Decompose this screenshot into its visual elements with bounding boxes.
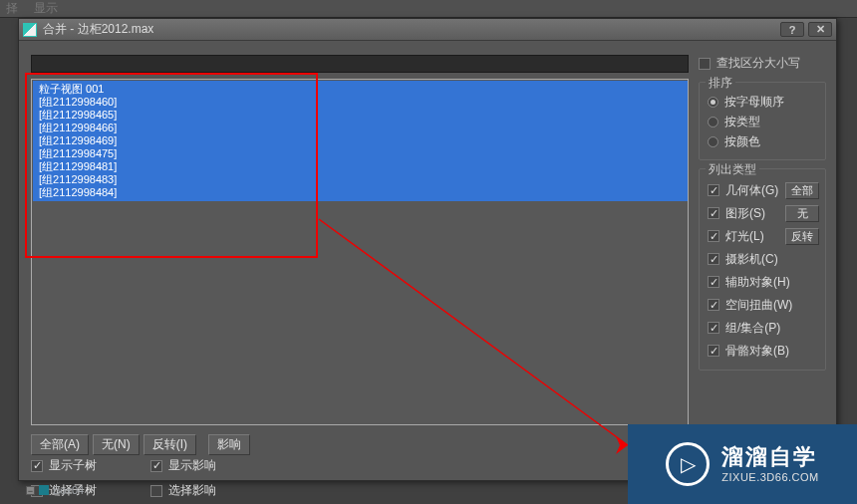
checkbox-icon <box>699 58 711 70</box>
types-all-button[interactable]: 全部 <box>785 182 819 199</box>
menu-display[interactable]: 显示 <box>34 0 58 17</box>
list-item[interactable]: [组2112998466] <box>39 122 685 134</box>
radio-icon <box>708 97 718 108</box>
checkbox-icon <box>708 345 719 357</box>
type-shapes-checkbox[interactable]: 图形(S) 无 <box>708 203 819 223</box>
list-item[interactable]: [组2112998469] <box>39 134 685 147</box>
radio-label: 按颜色 <box>724 133 760 150</box>
watermark-overlay: ▷ 溜溜自学 ZIXUE.3D66.COM <box>628 424 857 504</box>
type-groups-checkbox[interactable]: 组/集合(P) <box>708 318 819 338</box>
sort-color-radio[interactable]: 按颜色 <box>708 133 819 150</box>
app-top-menu: 择 显示 <box>0 0 857 18</box>
watermark-title: 溜溜自学 <box>721 444 818 470</box>
types-invert-button[interactable]: 反转 <box>785 228 819 245</box>
app-3dsmax-icon <box>23 23 37 37</box>
right-options-column: 查找区分大小写 排序 按字母顺序 按类型 按颜色 列出类型 <box>699 55 826 371</box>
object-cube-icon <box>39 485 49 495</box>
radio-icon <box>708 136 718 147</box>
checkbox-icon <box>150 485 162 497</box>
list-item[interactable]: [组2112998483] <box>39 173 685 186</box>
radio-label: 按类型 <box>724 114 760 130</box>
help-button[interactable]: ? <box>780 22 804 37</box>
checkbox-icon <box>708 230 719 242</box>
dialog-titlebar[interactable]: 合并 - 边柜2012.max ? ✕ <box>19 19 836 41</box>
checkbox-icon <box>708 253 719 265</box>
list-item[interactable]: [组2112998460] <box>39 96 685 109</box>
type-lights-checkbox[interactable]: 灯光(L) 反转 <box>708 226 819 246</box>
list-item[interactable]: [组2112998484] <box>39 186 685 199</box>
sort-type-radio[interactable]: 按类型 <box>708 114 819 130</box>
checkbox-label: 图形(S) <box>725 205 779 222</box>
tree-collapse-icon[interactable]: − <box>26 486 35 495</box>
checkbox-icon <box>708 322 719 334</box>
influence-button[interactable]: 影响 <box>208 434 250 455</box>
select-influence-checkbox[interactable]: 选择影响 <box>150 482 270 499</box>
list-item[interactable]: [组2112998481] <box>39 160 685 173</box>
select-invert-button[interactable]: 反转(I) <box>143 434 196 455</box>
list-item[interactable]: [组2112998465] <box>39 109 685 122</box>
close-button[interactable]: ✕ <box>808 22 832 37</box>
list-item[interactable]: [组2112998475] <box>39 147 685 160</box>
checkbox-label: 空间扭曲(W) <box>725 297 792 314</box>
radio-icon <box>708 117 718 127</box>
play-icon: ▷ <box>681 452 696 476</box>
checkbox-label: 骨骼对象(B) <box>725 343 789 360</box>
dialog-title: 合并 - 边柜2012.max <box>43 21 776 38</box>
watermark-text: 溜溜自学 ZIXUE.3D66.COM <box>721 444 818 484</box>
scene-object-label[interactable]: Box04 <box>53 484 84 496</box>
sort-alpha-radio[interactable]: 按字母顺序 <box>708 94 819 111</box>
menu-select[interactable]: 择 <box>6 0 18 17</box>
objects-selection[interactable]: 粒子视图 001 [组2112998460] [组2112998465] [组2… <box>33 81 689 201</box>
merge-dialog: 合并 - 边柜2012.max ? ✕ 粒子视图 001 [组211299846… <box>18 18 837 481</box>
show-children-checkbox[interactable]: 显示子树 <box>31 457 150 474</box>
case-sensitive-checkbox[interactable]: 查找区分大小写 <box>699 55 826 72</box>
checkbox-icon <box>31 460 43 472</box>
selection-buttons-row: 全部(A) 无(N) 反转(I) 影响 <box>31 434 250 455</box>
checkbox-label: 辅助对象(H) <box>725 274 790 291</box>
checkbox-label: 摄影机(C) <box>725 251 778 268</box>
type-cameras-checkbox[interactable]: 摄影机(C) <box>708 249 819 269</box>
checkbox-icon <box>708 299 719 311</box>
checkbox-icon <box>708 184 719 196</box>
group-legend: 排序 <box>706 75 735 92</box>
objects-listbox[interactable]: 粒子视图 001 [组2112998460] [组2112998465] [组2… <box>31 79 689 425</box>
select-none-button[interactable]: 无(N) <box>93 434 140 455</box>
type-bones-checkbox[interactable]: 骨骼对象(B) <box>708 341 819 361</box>
checkbox-label: 查找区分大小写 <box>716 55 800 72</box>
checkbox-icon <box>708 276 719 288</box>
list-item[interactable]: 粒子视图 001 <box>39 83 685 96</box>
type-geometry-checkbox[interactable]: 几何体(G) 全部 <box>708 180 819 200</box>
checkbox-icon <box>708 207 719 219</box>
radio-label: 按字母顺序 <box>724 94 784 111</box>
checkbox-label: 显示子树 <box>49 457 97 474</box>
type-helpers-checkbox[interactable]: 辅助对象(H) <box>708 272 819 292</box>
scene-tree-fragment: − Box04 <box>26 484 84 496</box>
show-influence-checkbox[interactable]: 显示影响 <box>150 457 270 474</box>
dialog-body: 粒子视图 001 [组2112998460] [组2112998465] [组2… <box>19 41 836 480</box>
types-none-button[interactable]: 无 <box>785 205 819 222</box>
group-legend: 列出类型 <box>706 161 759 178</box>
watermark-url: ZIXUE.3D66.COM <box>721 471 818 484</box>
sort-group: 排序 按字母顺序 按类型 按颜色 <box>699 82 826 160</box>
list-types-group: 列出类型 几何体(G) 全部 图形(S) 无 灯光(L) 反转 <box>699 168 826 371</box>
select-all-button[interactable]: 全部(A) <box>31 434 89 455</box>
checkbox-label: 选择影响 <box>168 482 216 499</box>
play-circle-icon: ▷ <box>666 442 710 486</box>
checkbox-label: 灯光(L) <box>725 228 779 245</box>
type-spacewarps-checkbox[interactable]: 空间扭曲(W) <box>708 295 819 315</box>
checkbox-label: 几何体(G) <box>725 182 779 199</box>
filter-input[interactable] <box>31 55 689 73</box>
checkbox-label: 组/集合(P) <box>725 320 780 337</box>
checkbox-label: 显示影响 <box>168 457 216 474</box>
checkbox-icon <box>150 460 162 472</box>
